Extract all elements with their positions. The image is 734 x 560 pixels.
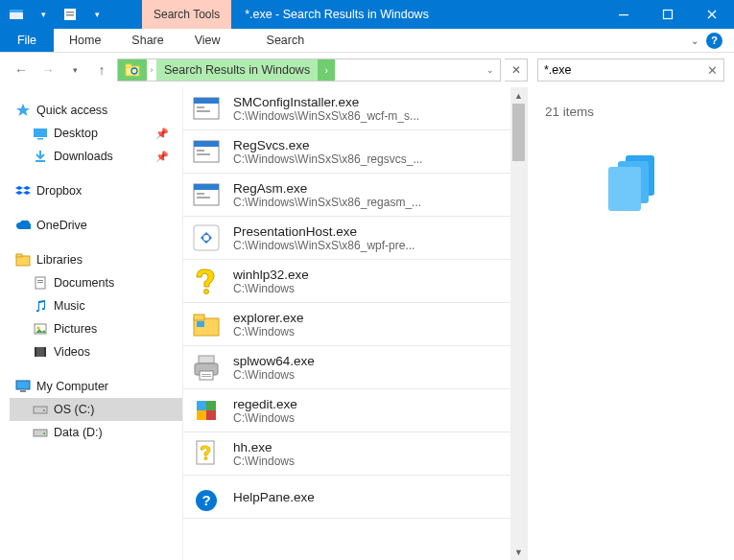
result-row[interactable]: explorer.exeC:\Windows xyxy=(183,303,527,346)
quick-access-item[interactable]: Quick access xyxy=(10,99,182,122)
nav-label: Dropbox xyxy=(36,184,82,198)
svg-rect-52 xyxy=(197,401,206,410)
svg-rect-21 xyxy=(35,347,36,357)
file-path: C:\Windows xyxy=(233,368,519,382)
help-icon[interactable]: ? xyxy=(706,33,722,49)
file-type-icon xyxy=(191,93,222,124)
recent-locations-button[interactable]: ▾ xyxy=(63,58,86,82)
address-bar[interactable]: › Search Results in Windows › ⌄ xyxy=(117,58,501,82)
file-path: C:\Windows\WinSxS\x86_wpf-pre... xyxy=(233,239,519,252)
downloads-item[interactable]: Downloads 📌 xyxy=(10,145,182,168)
onedrive-item[interactable]: OneDrive xyxy=(10,214,182,237)
result-row[interactable]: winhlp32.exeC:\Windows xyxy=(183,260,527,303)
file-name: RegAsm.exe xyxy=(233,181,519,196)
svg-rect-35 xyxy=(197,150,204,152)
svg-rect-55 xyxy=(206,410,216,420)
refresh-stop-button[interactable]: ✕ xyxy=(505,58,528,82)
svg-rect-22 xyxy=(44,347,46,357)
desktop-item[interactable]: Desktop 📌 xyxy=(10,122,182,145)
scroll-down-icon[interactable]: ▼ xyxy=(510,544,527,560)
chevron-right-icon[interactable]: › xyxy=(318,59,335,81)
address-dropdown-icon[interactable]: ⌄ xyxy=(481,65,500,75)
svg-point-19 xyxy=(37,327,40,330)
svg-rect-46 xyxy=(197,321,204,327)
result-row[interactable]: ?HelpPane.exe xyxy=(183,476,527,519)
view-tab[interactable]: View xyxy=(179,29,236,52)
result-row[interactable]: PresentationHost.exeC:\Windows\WinSxS\x8… xyxy=(183,217,527,260)
svg-rect-34 xyxy=(194,141,219,147)
svg-rect-12 xyxy=(36,160,45,162)
nav-label: OS (C:) xyxy=(54,403,94,416)
result-row[interactable]: RegAsm.exeC:\Windows\WinSxS\x86_regasm_.… xyxy=(183,174,527,217)
svg-rect-1 xyxy=(10,10,23,12)
file-name: explorer.exe xyxy=(233,311,519,325)
file-tab[interactable]: File xyxy=(0,29,54,52)
search-box[interactable]: ✕ xyxy=(537,58,724,82)
file-name: PresentationHost.exe xyxy=(233,224,519,239)
file-path: C:\Windows\WinSxS\x86_regsvcs_... xyxy=(233,152,519,166)
up-button[interactable]: ↑ xyxy=(90,58,113,82)
pin-icon: 📌 xyxy=(155,128,169,140)
svg-rect-40 xyxy=(197,197,210,198)
maximize-button[interactable] xyxy=(646,0,690,29)
svg-rect-23 xyxy=(16,381,30,389)
result-row[interactable]: splwow64.exeC:\Windows xyxy=(183,346,527,389)
properties-icon[interactable] xyxy=(59,4,81,25)
svg-point-43 xyxy=(204,290,209,294)
qat-dropdown-icon[interactable]: ▾ xyxy=(86,4,107,25)
nav-label: My Computer xyxy=(36,380,108,393)
breadcrumb[interactable]: Search Results in Windows xyxy=(156,59,318,81)
file-type-icon xyxy=(191,352,222,383)
scroll-thumb[interactable] xyxy=(512,104,525,161)
dropbox-icon xyxy=(15,183,31,198)
result-row[interactable]: RegSvcs.exeC:\Windows\WinSxS\x86_regsvcs… xyxy=(183,130,527,174)
my-computer-item[interactable]: My Computer xyxy=(10,375,182,398)
libraries-item[interactable]: Libraries xyxy=(10,248,182,271)
computer-icon xyxy=(15,379,31,394)
svg-point-57 xyxy=(204,456,207,459)
ribbon-expand-icon[interactable]: ⌄ xyxy=(691,35,698,46)
documents-item[interactable]: Documents xyxy=(10,271,182,294)
search-input[interactable] xyxy=(544,63,718,77)
svg-rect-11 xyxy=(37,138,43,140)
file-name: HelpPane.exe xyxy=(233,490,519,504)
music-item[interactable]: Music xyxy=(10,294,182,317)
result-row[interactable]: SMConfigInstaller.exeC:\Windows\WinSxS\x… xyxy=(183,87,527,130)
forward-button[interactable]: → xyxy=(36,58,59,82)
pictures-item[interactable]: Pictures xyxy=(10,317,182,340)
svg-rect-32 xyxy=(197,110,210,112)
downloads-icon xyxy=(33,149,48,164)
scrollbar[interactable]: ▲ ▼ xyxy=(510,87,527,560)
nav-label: Music xyxy=(54,299,85,313)
file-type-icon xyxy=(191,222,222,253)
svg-rect-47 xyxy=(199,356,214,363)
close-button[interactable] xyxy=(690,0,734,29)
videos-item[interactable]: Videos xyxy=(10,340,182,363)
back-button[interactable]: ← xyxy=(10,58,33,82)
chevron-right-icon[interactable]: › xyxy=(147,65,156,75)
home-tab[interactable]: Home xyxy=(54,29,116,52)
qat-dropdown-icon[interactable]: ▾ xyxy=(33,4,54,25)
drive-icon xyxy=(33,425,48,440)
drive-c-item[interactable]: OS (C:) xyxy=(10,398,182,421)
result-row[interactable]: regedit.exeC:\Windows xyxy=(183,389,527,432)
share-tab[interactable]: Share xyxy=(116,29,178,52)
search-tab[interactable]: Search xyxy=(251,29,320,52)
file-path: C:\Windows xyxy=(233,325,519,338)
svg-rect-24 xyxy=(20,390,26,392)
scroll-track[interactable] xyxy=(510,104,527,544)
minimize-button[interactable] xyxy=(602,0,646,29)
svg-rect-50 xyxy=(201,374,211,375)
drive-d-item[interactable]: Data (D:) xyxy=(10,421,182,444)
file-path: C:\Windows\WinSxS\x86_regasm_... xyxy=(233,196,519,209)
result-row[interactable]: hh.exeC:\Windows xyxy=(183,432,527,476)
window-title: *.exe - Search Results in Windows xyxy=(231,8,602,21)
nav-label: Quick access xyxy=(36,104,107,117)
scroll-up-icon[interactable]: ▲ xyxy=(510,87,527,104)
videos-icon xyxy=(33,344,48,360)
pictures-icon xyxy=(33,321,48,337)
clear-search-icon[interactable]: ✕ xyxy=(707,63,718,78)
dropbox-item[interactable]: Dropbox xyxy=(10,179,182,202)
collection-icon xyxy=(545,146,717,222)
svg-rect-39 xyxy=(197,193,204,195)
